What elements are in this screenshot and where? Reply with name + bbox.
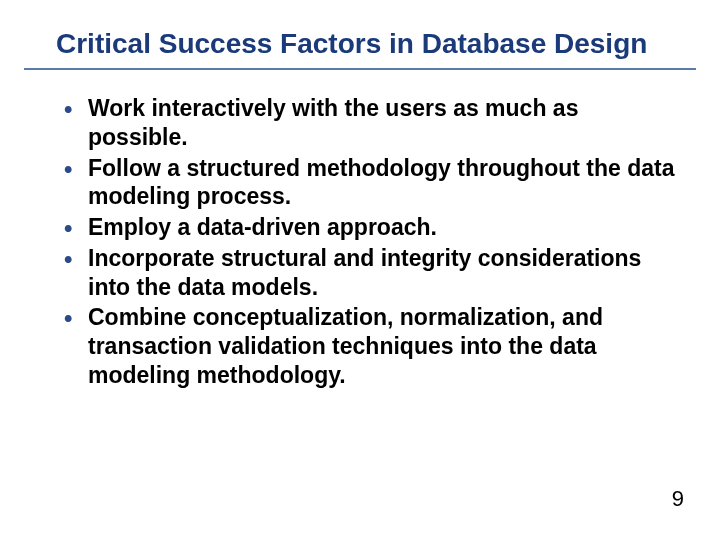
bullet-item: Follow a structured methodology througho… xyxy=(60,154,680,212)
bullet-item: Work interactively with the users as muc… xyxy=(60,94,680,152)
bullet-item: Employ a data-driven approach. xyxy=(60,213,680,242)
bullet-item: Incorporate structural and integrity con… xyxy=(60,244,680,302)
slide-title: Critical Success Factors in Database Des… xyxy=(24,0,696,70)
bullet-item: Combine conceptualization, normalization… xyxy=(60,303,680,389)
bullet-list: Work interactively with the users as muc… xyxy=(60,94,680,390)
slide-content: Work interactively with the users as muc… xyxy=(0,70,720,390)
page-number: 9 xyxy=(672,486,684,512)
